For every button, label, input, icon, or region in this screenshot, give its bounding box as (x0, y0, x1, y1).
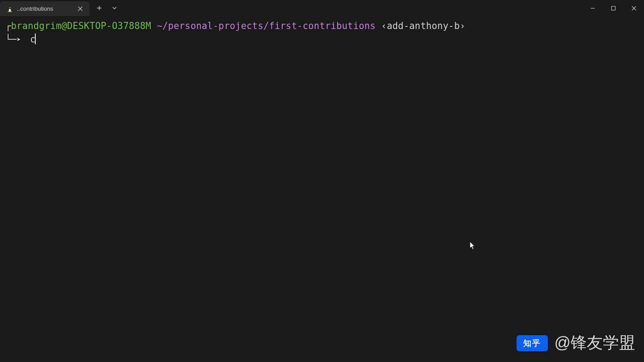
watermark-text: @锋友学盟 (554, 332, 635, 354)
prompt-bracket-top: ┌ (5, 21, 11, 31)
titlebar: ..contributions (0, 0, 644, 16)
svg-rect-9 (611, 6, 615, 10)
svg-point-7 (8, 11, 9, 12)
prompt-line-2: └─➤ c (5, 33, 639, 46)
prompt-git-branch: ‹add-anthony-b› (381, 21, 465, 31)
mouse-pointer-icon (470, 241, 476, 252)
terminal-tab[interactable]: ..contributions (0, 1, 89, 16)
close-window-button[interactable] (623, 0, 644, 16)
terminal-body[interactable]: ┌brandgrim@DESKTOP-O37888M ~/personal-pr… (0, 16, 644, 362)
tab-title: ..contributions (17, 5, 72, 12)
zhihu-logo: 知乎 (517, 335, 548, 351)
tab-dropdown-button[interactable] (107, 2, 122, 14)
minimize-button[interactable] (582, 0, 603, 16)
text-cursor (35, 34, 36, 44)
svg-point-2 (9, 9, 11, 12)
tux-icon (6, 5, 13, 13)
prompt-arrow-icon: ➤ (17, 34, 21, 45)
prompt-bracket-bottom: └─ (5, 33, 17, 46)
watermark: 知乎 @锋友学盟 (517, 332, 635, 354)
svg-point-6 (10, 7, 11, 8)
maximize-button[interactable] (603, 0, 623, 16)
svg-point-5 (9, 7, 10, 8)
tabs-area: ..contributions (0, 0, 122, 16)
window-controls (582, 0, 644, 16)
close-tab-button[interactable] (76, 5, 84, 13)
prompt-path: ~/personal-projects/first-contributions (157, 21, 376, 31)
prompt-line-1: ┌brandgrim@DESKTOP-O37888M ~/personal-pr… (5, 20, 639, 33)
svg-point-8 (11, 11, 12, 12)
new-tab-button[interactable] (92, 2, 106, 14)
prompt-user-host: brandgrim@DESKTOP-O37888M (11, 21, 152, 31)
tab-actions (92, 0, 122, 16)
